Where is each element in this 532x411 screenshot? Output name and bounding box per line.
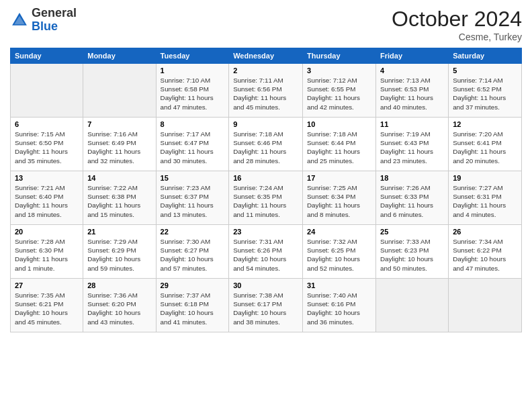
calendar-cell: 17Sunrise: 7:25 AM Sunset: 6:34 PM Dayli… (303, 171, 376, 225)
calendar-cell: 10Sunrise: 7:18 AM Sunset: 6:44 PM Dayli… (303, 118, 376, 171)
day-info: Sunrise: 7:11 AM Sunset: 6:56 PM Dayligh… (233, 76, 298, 111)
day-number: 22 (161, 228, 225, 236)
calendar-cell (11, 64, 83, 118)
day-info: Sunrise: 7:18 AM Sunset: 6:46 PM Dayligh… (233, 130, 298, 165)
location: Cesme, Turkey (392, 32, 522, 42)
calendar-week-row: 20Sunrise: 7:28 AM Sunset: 6:30 PM Dayli… (11, 225, 522, 279)
day-info: Sunrise: 7:21 AM Sunset: 6:40 PM Dayligh… (15, 183, 79, 219)
calendar-cell: 15Sunrise: 7:23 AM Sunset: 6:37 PM Dayli… (156, 171, 229, 225)
calendar-cell: 12Sunrise: 7:20 AM Sunset: 6:41 PM Dayli… (449, 118, 522, 171)
day-info: Sunrise: 7:30 AM Sunset: 6:27 PM Dayligh… (161, 237, 225, 273)
day-number: 14 (87, 174, 151, 182)
calendar-cell: 8Sunrise: 7:17 AM Sunset: 6:47 PM Daylig… (156, 118, 229, 171)
calendar-cell: 19Sunrise: 7:27 AM Sunset: 6:31 PM Dayli… (449, 171, 522, 225)
page-header: General Blue October 2024 Cesme, Turkey (10, 7, 522, 42)
calendar-cell: 16Sunrise: 7:24 AM Sunset: 6:35 PM Dayli… (229, 171, 303, 225)
day-info: Sunrise: 7:13 AM Sunset: 6:53 PM Dayligh… (380, 76, 444, 111)
day-info: Sunrise: 7:26 AM Sunset: 6:33 PM Dayligh… (380, 183, 444, 219)
day-info: Sunrise: 7:38 AM Sunset: 6:17 PM Dayligh… (233, 291, 298, 326)
day-info: Sunrise: 7:17 AM Sunset: 6:47 PM Dayligh… (161, 130, 225, 165)
calendar-cell: 7Sunrise: 7:16 AM Sunset: 6:49 PM Daylig… (83, 118, 156, 171)
calendar-week-row: 27Sunrise: 7:35 AM Sunset: 6:21 PM Dayli… (11, 279, 522, 332)
day-number: 4 (380, 66, 444, 75)
day-number: 17 (307, 174, 371, 182)
calendar-cell: 22Sunrise: 7:30 AM Sunset: 6:27 PM Dayli… (156, 225, 229, 279)
calendar-cell: 1Sunrise: 7:10 AM Sunset: 6:58 PM Daylig… (156, 64, 229, 118)
day-number: 1 (161, 66, 225, 75)
calendar-cell: 26Sunrise: 7:34 AM Sunset: 6:22 PM Dayli… (449, 225, 522, 279)
day-number: 23 (233, 228, 298, 236)
day-number: 9 (233, 120, 298, 128)
day-info: Sunrise: 7:23 AM Sunset: 6:37 PM Dayligh… (161, 183, 225, 219)
day-number: 3 (307, 66, 371, 75)
day-number: 29 (161, 281, 225, 289)
calendar-cell: 23Sunrise: 7:31 AM Sunset: 6:26 PM Dayli… (229, 225, 303, 279)
day-number: 31 (307, 281, 371, 289)
calendar-cell: 4Sunrise: 7:13 AM Sunset: 6:53 PM Daylig… (376, 64, 449, 118)
logo: General Blue (10, 7, 77, 34)
day-number: 19 (453, 174, 517, 182)
day-number: 18 (380, 174, 444, 182)
day-number: 8 (161, 120, 225, 128)
day-info: Sunrise: 7:22 AM Sunset: 6:38 PM Dayligh… (87, 183, 151, 219)
calendar-cell: 29Sunrise: 7:37 AM Sunset: 6:18 PM Dayli… (156, 279, 229, 332)
weekday-header: Friday (376, 48, 449, 64)
calendar-cell (376, 279, 449, 332)
calendar-cell: 24Sunrise: 7:32 AM Sunset: 6:25 PM Dayli… (303, 225, 376, 279)
calendar-cell: 20Sunrise: 7:28 AM Sunset: 6:30 PM Dayli… (11, 225, 83, 279)
day-info: Sunrise: 7:16 AM Sunset: 6:49 PM Dayligh… (87, 130, 151, 165)
day-number: 26 (453, 228, 517, 236)
day-info: Sunrise: 7:10 AM Sunset: 6:58 PM Dayligh… (161, 76, 225, 111)
day-number: 10 (307, 120, 371, 128)
day-number: 27 (15, 281, 79, 289)
calendar-cell: 30Sunrise: 7:38 AM Sunset: 6:17 PM Dayli… (229, 279, 303, 332)
day-info: Sunrise: 7:20 AM Sunset: 6:41 PM Dayligh… (453, 130, 517, 165)
calendar-cell: 3Sunrise: 7:12 AM Sunset: 6:55 PM Daylig… (303, 64, 376, 118)
day-number: 11 (380, 120, 444, 128)
day-info: Sunrise: 7:37 AM Sunset: 6:18 PM Dayligh… (161, 291, 225, 326)
calendar-cell: 13Sunrise: 7:21 AM Sunset: 6:40 PM Dayli… (11, 171, 83, 225)
day-info: Sunrise: 7:27 AM Sunset: 6:31 PM Dayligh… (453, 183, 517, 219)
day-number: 15 (161, 174, 225, 182)
day-number: 6 (15, 120, 79, 128)
day-number: 16 (233, 174, 298, 182)
day-info: Sunrise: 7:29 AM Sunset: 6:29 PM Dayligh… (87, 237, 151, 273)
day-number: 2 (233, 66, 298, 75)
calendar-cell: 25Sunrise: 7:33 AM Sunset: 6:23 PM Dayli… (376, 225, 449, 279)
calendar-cell: 6Sunrise: 7:15 AM Sunset: 6:50 PM Daylig… (11, 118, 83, 171)
calendar-cell (449, 279, 522, 332)
day-info: Sunrise: 7:33 AM Sunset: 6:23 PM Dayligh… (380, 237, 444, 273)
day-number: 24 (307, 228, 371, 236)
weekday-header: Wednesday (229, 48, 303, 64)
calendar-week-row: 6Sunrise: 7:15 AM Sunset: 6:50 PM Daylig… (11, 118, 522, 171)
weekday-header: Thursday (303, 48, 376, 64)
day-info: Sunrise: 7:19 AM Sunset: 6:43 PM Dayligh… (380, 130, 444, 165)
day-number: 20 (15, 228, 79, 236)
weekday-header: Saturday (449, 48, 522, 64)
day-number: 30 (233, 281, 298, 289)
day-number: 12 (453, 120, 517, 128)
day-info: Sunrise: 7:32 AM Sunset: 6:25 PM Dayligh… (307, 237, 371, 273)
weekday-header: Monday (83, 48, 156, 64)
calendar-cell: 28Sunrise: 7:36 AM Sunset: 6:20 PM Dayli… (83, 279, 156, 332)
day-number: 25 (380, 228, 444, 236)
calendar-header: SundayMondayTuesdayWednesdayThursdayFrid… (11, 48, 522, 64)
day-number: 21 (87, 228, 151, 236)
title-block: October 2024 Cesme, Turkey (392, 7, 522, 42)
calendar-cell: 14Sunrise: 7:22 AM Sunset: 6:38 PM Dayli… (83, 171, 156, 225)
day-info: Sunrise: 7:28 AM Sunset: 6:30 PM Dayligh… (15, 237, 79, 273)
day-info: Sunrise: 7:12 AM Sunset: 6:55 PM Dayligh… (307, 76, 371, 111)
calendar-cell: 18Sunrise: 7:26 AM Sunset: 6:33 PM Dayli… (376, 171, 449, 225)
calendar-cell: 2Sunrise: 7:11 AM Sunset: 6:56 PM Daylig… (229, 64, 303, 118)
logo-text: General Blue (32, 7, 77, 34)
calendar-table: SundayMondayTuesdayWednesdayThursdayFrid… (10, 48, 522, 332)
calendar-week-row: 1Sunrise: 7:10 AM Sunset: 6:58 PM Daylig… (11, 64, 522, 118)
calendar-cell: 5Sunrise: 7:14 AM Sunset: 6:52 PM Daylig… (449, 64, 522, 118)
day-info: Sunrise: 7:24 AM Sunset: 6:35 PM Dayligh… (233, 183, 298, 219)
calendar-cell (83, 64, 156, 118)
month-title: October 2024 (392, 7, 522, 32)
calendar-cell: 9Sunrise: 7:18 AM Sunset: 6:46 PM Daylig… (229, 118, 303, 171)
day-info: Sunrise: 7:25 AM Sunset: 6:34 PM Dayligh… (307, 183, 371, 219)
day-number: 28 (87, 281, 151, 289)
logo-icon (10, 11, 29, 30)
